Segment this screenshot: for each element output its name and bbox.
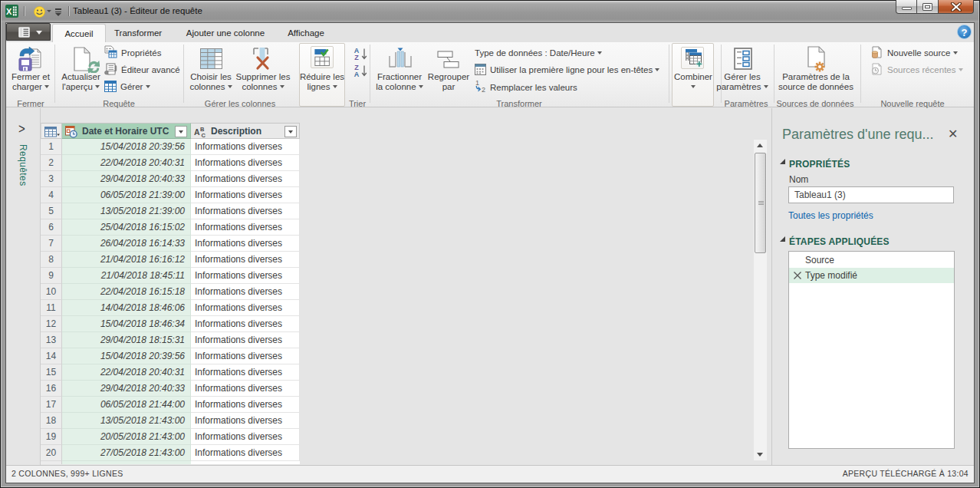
svg-text:C: C [202,132,206,138]
svg-text:1: 1 [475,79,479,87]
svg-text:A: A [194,127,200,137]
svg-text:2: 2 [482,86,485,94]
svg-text:X: X [6,7,12,16]
